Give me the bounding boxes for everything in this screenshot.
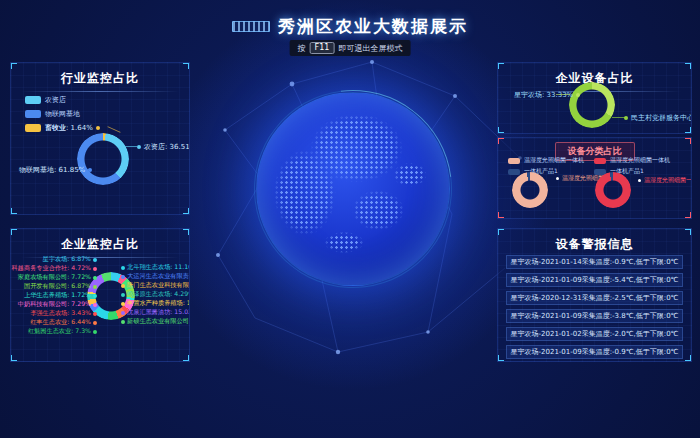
panel-device-ratio: 企业设备占比 星宇农场: 33.33% 民主村党群服务中心 <box>497 62 692 134</box>
alert-list: 星宇农场-2021-01-14采集温度:-0.9℃,低于下限:0℃ 星宇农场-2… <box>506 255 683 359</box>
legend-swatch <box>508 158 520 164</box>
leader-line <box>123 146 137 147</box>
globe-visualization <box>256 92 450 286</box>
series-label: 隆门生态农业科技有限公... <box>121 281 190 290</box>
legend-swatch <box>25 110 41 118</box>
legend-label: 温湿度光照细菌一体机 <box>524 156 584 165</box>
alert-row: 星宇农场-2021-01-09采集温度:-3.8℃,低于下限:0℃ <box>506 309 683 323</box>
legend-swatch <box>25 96 41 104</box>
devclass-left-donut[interactable] <box>512 172 548 208</box>
tip-suffix: 即可退出全屏模式 <box>338 43 402 54</box>
alert-row: 星宇农场-2021-01-09采集温度:-0.9℃,低于下限:0℃ <box>506 345 683 359</box>
series-label: 沈泉汇黑酱油坊: 15.02% <box>121 308 190 317</box>
alert-row: 星宇农场-2021-01-14采集温度:-0.9℃,低于下限:0℃ <box>506 255 683 269</box>
f11-key-badge: F11 <box>310 42 335 54</box>
leader-line <box>107 126 120 133</box>
legend-item[interactable]: 物联网基地 <box>25 109 80 119</box>
dashboard: 秀洲区农业大数据展示 按 F11 即可退出全屏模式 行业监控占比 农资店 物联网… <box>0 0 700 438</box>
series-label: 中奶科技有限公司: 7.29% <box>18 300 97 309</box>
header: 秀洲区农业大数据展示 <box>0 15 700 38</box>
panel-device-class-ratio: 设备分类占比 温湿度光照细菌一体机 一体机产品1 温湿度光照细菌一... 温湿度… <box>497 137 692 219</box>
panel-device-alerts: 设备警报信息 星宇农场-2021-01-14采集温度:-0.9℃,低于下限:0℃… <box>497 228 692 362</box>
alert-row: 星宇农场-2021-01-02采集温度:-2.0℃,低于下限:0℃ <box>506 327 683 341</box>
series-label: 新硕生态农业有限公司: 6.87% <box>121 317 190 326</box>
legend-swatch <box>508 169 520 175</box>
series-label: 国开发有限公司: 6.87% <box>24 282 97 291</box>
panel-title: 行业监控占比 <box>11 63 189 87</box>
series-label: 丰置水产种质养殖场: 1... <box>121 299 190 308</box>
legend-item[interactable]: 温湿度光照细菌一体机 <box>508 156 584 165</box>
series-label: 科越商务专业合作社: 4.72% <box>12 264 97 273</box>
title-divider <box>21 91 179 92</box>
panel-title: 设备警报信息 <box>498 229 691 253</box>
chart-label-farm: 星宇农场: 33.33% <box>514 90 580 100</box>
label-dot <box>638 179 641 182</box>
legend-swatch <box>25 124 41 132</box>
series-label: 家庭农场有限公司: 7.72% <box>18 273 97 282</box>
page-title: 秀洲区农业大数据展示 <box>278 15 468 38</box>
alert-row: 星宇农场-2020-12-31采集温度:-2.5℃,低于下限:0℃ <box>506 291 683 305</box>
enterprise-labels-left: 星宇农场: 6.87% 科越商务专业合作社: 4.72% 家庭农场有限公司: 7… <box>13 255 97 336</box>
dotted-world-map <box>264 100 442 278</box>
panel-industry-ratio: 行业监控占比 农资店 物联网基地 畜牧业 畜牧业: 1.64% 农资店: 36.… <box>10 62 190 215</box>
devclass-left-legend: 温湿度光照细菌一体机 一体机产品1 <box>508 156 584 176</box>
series-label: 星宇农场: 6.87% <box>43 255 97 264</box>
series-label: 红丰生态农业: 6.44% <box>30 318 97 327</box>
devclass-right-donut[interactable] <box>595 172 631 208</box>
enterprise-labels-right: 北斗翔生态农场: 11.16% 大运河生态农业有限责任公... 隆门生态农业科技… <box>121 263 190 326</box>
label-dot <box>556 177 559 180</box>
series-label: 鸣泽原生态农场: 4.29% <box>121 290 190 299</box>
devices-donut-chart[interactable] <box>569 82 615 128</box>
legend-item[interactable]: 温湿度光照细菌一体机 <box>594 156 670 165</box>
chart-label-iot: 物联网基地: 61.85% <box>19 165 92 175</box>
tip-prefix: 按 <box>298 43 306 54</box>
chart-label-livestock: 畜牧业: 1.64% <box>45 123 100 133</box>
leader-line <box>556 94 570 95</box>
fullscreen-tip: 按 F11 即可退出全屏模式 <box>290 40 411 56</box>
panel-title: 企业监控占比 <box>11 229 189 253</box>
logo-badge <box>232 21 270 32</box>
alert-row: 星宇农场-2021-01-09采集温度:-5.4℃,低于下限:0℃ <box>506 273 683 287</box>
label-dot <box>137 145 141 149</box>
series-label: 上华生态养殖场: 1.72% <box>24 291 97 300</box>
series-label: 李强生态农场: 3.43% <box>30 309 97 318</box>
chart-label-center: 民主村党群服务中心 <box>624 113 692 123</box>
chart-label-store: 农资店: 36.51% <box>137 142 190 152</box>
industry-donut-chart[interactable] <box>77 133 129 185</box>
legend-label: 温湿度光照细菌一体机 <box>610 156 670 165</box>
legend-item[interactable]: 农资店 <box>25 95 80 105</box>
panel-enterprise-ratio: 企业监控占比 星宇农场: 6.87% 科越商务专业合作社: 4.72% 家庭农场… <box>10 228 190 362</box>
legend-swatch <box>594 158 606 164</box>
leader-line <box>612 117 626 118</box>
leader-line <box>77 169 91 170</box>
label-dot <box>576 93 580 97</box>
legend-label: 物联网基地 <box>45 109 80 119</box>
label-dot <box>96 126 100 130</box>
series-label: 红魁园生态农业: 7.3% <box>28 327 97 336</box>
series-label: 北斗翔生态农场: 11.16% <box>121 263 190 272</box>
legend-label: 农资店 <box>45 95 66 105</box>
devclass-right-pointer-label: 温湿度光照细菌一... <box>638 176 692 185</box>
series-label: 大运河生态农业有限责任公... <box>121 272 190 281</box>
